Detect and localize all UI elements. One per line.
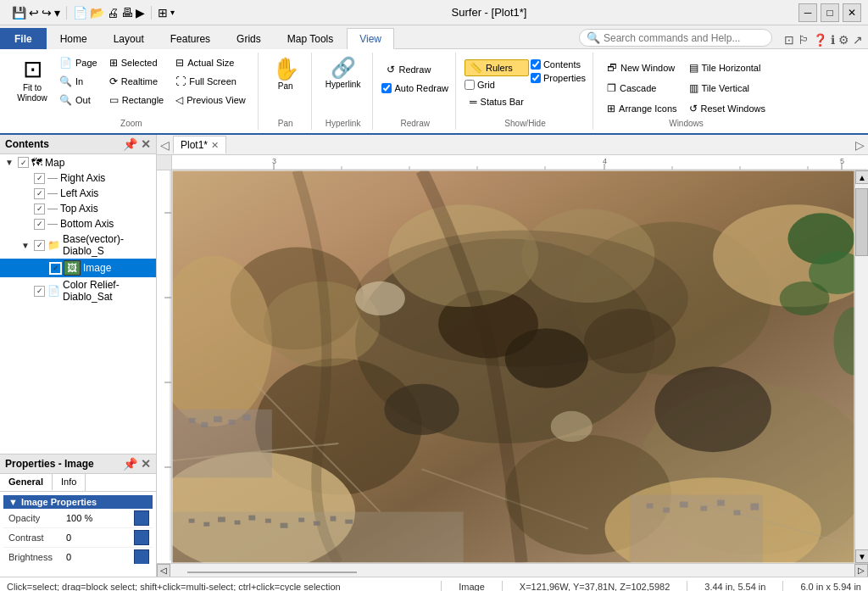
vertical-scrollbar[interactable]: ▲ ▼ bbox=[854, 170, 868, 563]
topaxis-label: Top Axis bbox=[60, 203, 98, 215]
redraw-button[interactable]: ↺Redraw bbox=[381, 61, 448, 78]
checkbox-leftaxis[interactable] bbox=[34, 188, 45, 199]
properties-checkbox[interactable]: Properties bbox=[531, 73, 586, 83]
tab-features[interactable]: Features bbox=[158, 28, 223, 49]
rulers-button[interactable]: 📏Rulers bbox=[465, 59, 529, 76]
info-icon[interactable]: ℹ bbox=[831, 33, 835, 47]
help-icon[interactable]: ❓ bbox=[813, 33, 827, 47]
new-window-button[interactable]: 🗗New Window bbox=[602, 59, 682, 76]
qa-dropdown[interactable]: ▾ bbox=[170, 8, 175, 17]
print-icon[interactable]: 🖶 bbox=[121, 6, 133, 20]
scroll-h-thumb[interactable] bbox=[187, 571, 357, 573]
settings-icon[interactable]: ⚙ bbox=[838, 33, 849, 47]
hyperlink-button[interactable]: 🔗 Hyperlink bbox=[320, 54, 366, 92]
checkbox-topaxis[interactable] bbox=[34, 204, 45, 215]
scriptrunner-icon[interactable]: ▶ bbox=[136, 6, 145, 20]
new-icon[interactable]: 📄 bbox=[73, 6, 87, 20]
tab-file[interactable]: File bbox=[0, 28, 47, 49]
close-button[interactable]: ✕ bbox=[843, 3, 861, 22]
scroll-v-thumb[interactable] bbox=[855, 188, 868, 256]
tree-item-bottomaxis[interactable]: ▶ — Bottom Axis bbox=[0, 216, 156, 231]
checkbox-basevector[interactable] bbox=[34, 240, 45, 251]
brightness-slider[interactable] bbox=[134, 549, 149, 564]
grid-icon2[interactable]: ⊞ bbox=[158, 6, 168, 20]
checkbox-colorrelief[interactable] bbox=[34, 286, 45, 297]
props-close-icon[interactable]: ✕ bbox=[141, 457, 151, 471]
tree-item-map[interactable]: ▼ 🗺 Map bbox=[0, 154, 156, 170]
tab-left-arrow[interactable]: ◁ bbox=[157, 138, 173, 152]
maximize-button[interactable]: □ bbox=[821, 3, 839, 22]
tab-general[interactable]: General bbox=[0, 474, 53, 491]
pan-button[interactable]: ✋ Pan bbox=[267, 54, 304, 94]
contents-checkbox[interactable]: Contents bbox=[531, 59, 586, 70]
checkbox-bottomaxis[interactable] bbox=[34, 219, 45, 230]
options-icon[interactable]: ▾ bbox=[54, 6, 60, 20]
actual-size-button[interactable]: ⊟Actual Size bbox=[170, 54, 251, 71]
expand-icon[interactable]: ⊡ bbox=[784, 33, 794, 47]
quick-print-icon[interactable]: 🖨 bbox=[107, 6, 119, 20]
window-controls[interactable]: ─ □ ✕ bbox=[798, 3, 861, 22]
opacity-slider[interactable] bbox=[134, 510, 149, 526]
expand-map[interactable]: ▼ bbox=[3, 157, 15, 169]
tree-item-leftaxis[interactable]: ▶ — Left Axis bbox=[0, 186, 156, 201]
grid-checkbox[interactable]: Grid bbox=[465, 80, 529, 90]
cascade-button[interactable]: ❐Cascade bbox=[602, 80, 682, 97]
contents-panel-header: Contents 📌 ✕ bbox=[0, 135, 156, 154]
tree-item-image[interactable]: ▶ 🖼 Image bbox=[0, 259, 156, 277]
realtime-button[interactable]: ⟳Realtime bbox=[104, 73, 170, 90]
plot1-tab-close[interactable]: ✕ bbox=[211, 140, 219, 151]
tree-item-colorrelief[interactable]: ▶ 📄 Color Relief-Diablo_Sat bbox=[0, 277, 156, 304]
expand-basevector[interactable]: ▼ bbox=[19, 239, 31, 251]
zoom-in-button[interactable]: 🔍In bbox=[54, 73, 103, 90]
contents-pin-icon[interactable]: 📌 bbox=[123, 137, 137, 151]
scroll-v-track[interactable] bbox=[855, 184, 868, 549]
props-pin-icon[interactable]: 📌 bbox=[123, 457, 137, 471]
contrast-slider[interactable] bbox=[134, 530, 149, 545]
brightness-value: 0 bbox=[63, 548, 153, 564]
undo-icon[interactable]: ↩ bbox=[29, 6, 39, 20]
auto-redraw-checkbox[interactable]: Auto Redraw bbox=[381, 83, 448, 93]
search-bar[interactable]: 🔍 bbox=[579, 29, 772, 47]
tile-vertical-button[interactable]: ▥Tile Vertical bbox=[684, 80, 771, 97]
scroll-up-button[interactable]: ▲ bbox=[855, 170, 868, 184]
tab-right-arrow[interactable]: ▷ bbox=[852, 138, 868, 152]
tree-item-rightaxis[interactable]: ▶ — Right Axis bbox=[0, 170, 156, 186]
save-icon[interactable]: 💾 bbox=[12, 6, 26, 20]
tab-view[interactable]: View bbox=[347, 28, 394, 49]
contents-close-icon[interactable]: ✕ bbox=[141, 137, 151, 151]
collapse-icon[interactable]: ▼ bbox=[8, 497, 18, 507]
tab-home[interactable]: Home bbox=[47, 28, 100, 49]
page-button[interactable]: 📄Page bbox=[54, 54, 103, 71]
previous-view-button[interactable]: ◁Previous View bbox=[170, 92, 251, 109]
canvas-area[interactable] bbox=[172, 170, 854, 563]
statusbar-button[interactable]: ═Status Bar bbox=[465, 93, 529, 110]
tree-item-basevector[interactable]: ▼ 📁 Base(vector)-Diablo_S bbox=[0, 231, 156, 259]
fit-to-window-button[interactable]: ⊡ Fit toWindow bbox=[12, 54, 53, 107]
checkbox-map[interactable] bbox=[18, 157, 29, 168]
plot1-tab[interactable]: Plot1* ✕ bbox=[173, 136, 226, 153]
scroll-left-button[interactable]: ◁ bbox=[157, 564, 170, 577]
tree-item-topaxis[interactable]: ▶ — Top Axis bbox=[0, 201, 156, 216]
tab-maptools[interactable]: Map Tools bbox=[275, 28, 346, 49]
full-screen-button[interactable]: ⛶Full Screen bbox=[170, 73, 251, 90]
tab-grids[interactable]: Grids bbox=[224, 28, 274, 49]
scroll-right-button[interactable]: ▷ bbox=[854, 564, 868, 577]
tab-layout[interactable]: Layout bbox=[101, 28, 157, 49]
search-input[interactable] bbox=[604, 32, 765, 44]
tab-info[interactable]: Info bbox=[53, 474, 86, 491]
flag-icon[interactable]: 🏳 bbox=[798, 33, 810, 47]
open-icon[interactable]: 📂 bbox=[90, 6, 104, 20]
checkbox-image[interactable] bbox=[50, 263, 61, 274]
arrange-icons-button[interactable]: ⊞Arrange Icons bbox=[602, 100, 682, 117]
rectangle-button[interactable]: ▭Rectangle bbox=[104, 92, 170, 109]
tile-horizontal-button[interactable]: ▤Tile Horizontal bbox=[684, 59, 771, 76]
zoom-out-button[interactable]: 🔍Out bbox=[54, 92, 103, 109]
minimize-button[interactable]: ─ bbox=[798, 3, 817, 22]
signout-icon[interactable]: ↗ bbox=[853, 33, 863, 47]
horizontal-scrollbar[interactable]: ◁ ▷ bbox=[157, 563, 868, 577]
scroll-down-button[interactable]: ▼ bbox=[855, 549, 868, 563]
selected-button[interactable]: ⊞Selected bbox=[104, 54, 170, 71]
reset-windows-button[interactable]: ↺Reset Windows bbox=[684, 100, 771, 117]
checkbox-rightaxis[interactable] bbox=[34, 173, 45, 184]
redo-icon[interactable]: ↪ bbox=[42, 6, 52, 20]
